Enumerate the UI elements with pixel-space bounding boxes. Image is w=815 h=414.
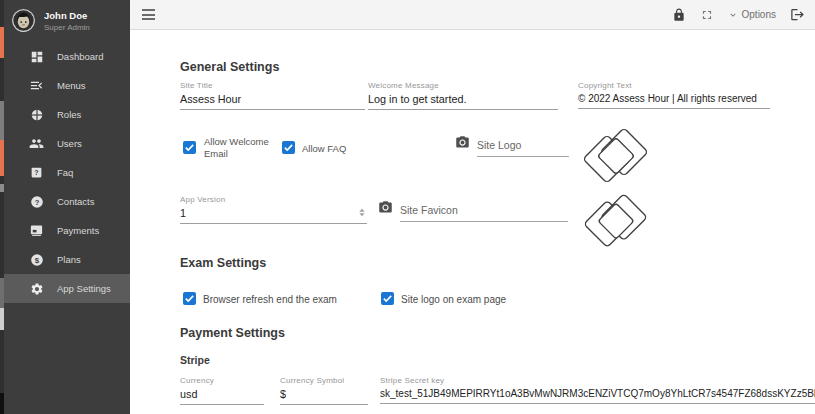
menu-icon[interactable] — [142, 9, 155, 20]
site-title-label: Site Title — [180, 81, 365, 90]
app-version-label: App Version — [180, 195, 367, 204]
sidebar-item-users[interactable]: Users — [0, 129, 130, 158]
sidebar-item-dashboard[interactable]: Dashboard — [0, 42, 130, 71]
options-dropdown[interactable]: Options — [728, 9, 776, 20]
stripe-heading: Stripe — [180, 354, 210, 366]
scroll-strip-segment — [0, 140, 4, 176]
check-icon — [382, 293, 393, 304]
user-role: Super Admin — [44, 23, 90, 32]
browser-refresh-label: Browser refresh end the exam — [203, 294, 337, 306]
users-icon — [29, 136, 44, 151]
welcome-message-label: Welcome Message — [368, 81, 558, 90]
copyright-text-label: Copyright Text — [578, 81, 770, 90]
site-logo-exam-label: Site logo on exam page — [401, 294, 506, 306]
site-favicon-preview — [580, 188, 652, 262]
payments-icon — [29, 223, 44, 238]
sidebar-item-label: Users — [57, 138, 82, 149]
payment-settings-heading: Payment Settings — [180, 326, 285, 340]
stripe-secret-key-input[interactable] — [380, 387, 815, 404]
sidebar-item-roles[interactable]: Roles — [0, 100, 130, 129]
currency-label: Currency — [180, 376, 264, 385]
sidebar-item-label: Payments — [57, 225, 99, 236]
sidebar-item-label: Contacts — [57, 196, 95, 207]
sidebar-item-faq[interactable]: ? Faq — [0, 158, 130, 187]
main-content: General Settings Site Title Welcome Mess… — [130, 30, 815, 414]
copyright-text-field: Copyright Text — [578, 81, 770, 109]
check-icon — [283, 142, 294, 153]
chevron-up-icon — [358, 208, 366, 212]
fullscreen-icon[interactable] — [700, 8, 714, 22]
dashboard-icon — [29, 49, 44, 64]
sidebar-item-label: Faq — [57, 167, 73, 178]
scrollbar-strip[interactable] — [0, 0, 4, 414]
check-icon — [184, 293, 195, 304]
check-icon — [184, 142, 195, 153]
site-title-field: Site Title — [180, 81, 365, 110]
topbar: Options — [130, 0, 815, 30]
sidebar-item-plans[interactable]: $ Plans — [0, 245, 130, 274]
roles-icon — [29, 107, 44, 122]
camera-icon[interactable] — [455, 135, 470, 154]
scroll-strip-segment — [0, 184, 4, 192]
chevron-down-icon — [358, 213, 366, 217]
logout-icon[interactable] — [790, 7, 805, 22]
exam-settings-heading: Exam Settings — [180, 256, 266, 270]
currency-symbol-field: Currency Symbol — [280, 376, 368, 405]
currency-input[interactable] — [180, 387, 264, 405]
menus-icon — [29, 78, 44, 93]
sidebar-item-menus[interactable]: Menus — [0, 71, 130, 100]
site-title-input[interactable] — [180, 92, 365, 110]
chevron-down-icon — [728, 10, 738, 20]
topbar-actions: Options — [672, 0, 805, 29]
general-settings-heading: General Settings — [180, 60, 279, 74]
welcome-message-field: Welcome Message — [368, 81, 558, 110]
sidebar-item-app-settings[interactable]: App Settings — [0, 274, 130, 303]
sidebar-item-label: Menus — [57, 80, 86, 91]
allow-faq-label: Allow FAQ — [302, 143, 346, 155]
allow-faq-checkbox[interactable] — [282, 141, 295, 154]
camera-icon[interactable] — [378, 200, 393, 219]
app-settings-page: John Doe Super Admin Dashboard Menus — [0, 0, 815, 414]
scroll-strip-segment — [0, 393, 4, 414]
allow-welcome-email-checkbox[interactable] — [183, 141, 196, 154]
svg-text:$: $ — [34, 255, 39, 264]
sidebar-item-label: Plans — [57, 254, 81, 265]
lock-icon[interactable] — [672, 8, 686, 22]
user-profile[interactable]: John Doe Super Admin — [0, 0, 130, 42]
site-favicon-placeholder[interactable]: Site Favicon — [400, 204, 568, 222]
app-version-input[interactable] — [180, 206, 367, 224]
scroll-strip-segment — [0, 308, 4, 330]
avatar — [12, 9, 35, 32]
copyright-text-input[interactable] — [578, 92, 770, 109]
site-logo-field: Site Logo — [455, 135, 569, 157]
number-stepper[interactable] — [358, 208, 366, 217]
site-logo-placeholder[interactable]: Site Logo — [477, 139, 569, 157]
sidebar-item-label: Dashboard — [57, 51, 103, 62]
site-favicon-field: Site Favicon — [378, 200, 568, 222]
site-logo-preview — [580, 122, 652, 198]
allow-welcome-email-label: Allow Welcome Email — [204, 136, 282, 159]
faq-icon: ? — [29, 165, 44, 180]
plans-icon: $ — [29, 252, 44, 267]
site-logo-exam-checkbox[interactable] — [381, 292, 394, 305]
currency-symbol-input[interactable] — [280, 387, 368, 405]
stripe-secret-key-label: Stripe Secret key — [380, 376, 815, 385]
sidebar-item-label: Roles — [57, 109, 81, 120]
browser-refresh-checkbox[interactable] — [183, 292, 196, 305]
contacts-icon: ? — [29, 194, 44, 209]
welcome-message-input[interactable] — [368, 92, 558, 110]
user-name: John Doe — [44, 10, 87, 21]
currency-field: Currency — [180, 376, 264, 405]
scroll-strip-segment — [0, 101, 4, 140]
scroll-strip-segment — [0, 27, 4, 58]
sidebar-item-label: App Settings — [57, 283, 111, 294]
scroll-strip-segment — [0, 278, 4, 308]
stripe-secret-key-field: Stripe Secret key — [380, 376, 815, 404]
gear-icon — [29, 281, 44, 296]
sidebar-item-payments[interactable]: Payments — [0, 216, 130, 245]
sidebar-item-contacts[interactable]: ? Contacts — [0, 187, 130, 216]
svg-text:?: ? — [34, 197, 39, 206]
svg-text:?: ? — [34, 169, 38, 176]
sidebar: John Doe Super Admin Dashboard Menus — [0, 0, 130, 414]
currency-symbol-label: Currency Symbol — [280, 376, 368, 385]
